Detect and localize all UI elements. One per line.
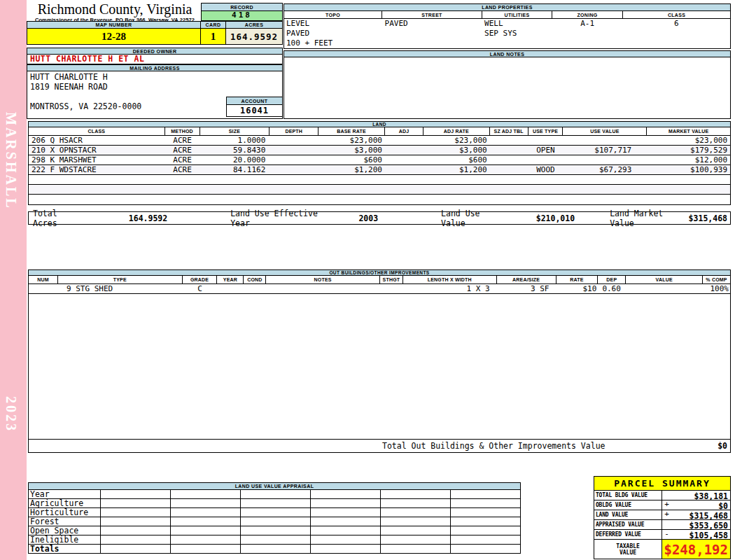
land-col-header: BASE RATE [318, 127, 385, 135]
class-values: 6 [622, 19, 730, 48]
appraisal-cell [451, 526, 521, 536]
land-cell-size: 1.0000 [200, 136, 270, 145]
appraisal-cell [171, 489, 241, 499]
outb-col-header: NUM [29, 276, 58, 284]
land-cell-use-type [528, 136, 564, 145]
land-use-appraisal-table: LAND USE VALUE APPRAISAL Year Agricultur… [28, 482, 521, 554]
land-cell-use-type: WOOD [528, 165, 564, 174]
out-buildings-total-row: Total Out Buildings & Other Improvements… [29, 439, 730, 452]
land-cell-class: 210 X OPNSTACR [29, 146, 165, 155]
out-buildings-header: NUM TYPE GRADE YEAR COND NOTES STHGT LEN… [29, 276, 730, 284]
land-row: 298 K MARSHWET ACRE 20.0000 $600 $600 $1… [29, 155, 730, 165]
appraisal-cell [241, 489, 311, 499]
summary-value: $315,468 [671, 510, 730, 519]
topo-header: TOPO [284, 10, 382, 19]
utilities-value: SEP SYS [482, 29, 552, 38]
appraisal-cell [171, 507, 241, 517]
zoning-values: A-1 [552, 19, 623, 48]
owner-block: DEEDED OWNER HUTT CHARLOTTE H ET AL MAIL… [27, 48, 283, 119]
land-cell-size: 59.8430 [200, 146, 270, 155]
address-line: HUTT CHARLOTTE H [30, 72, 279, 82]
land-notes-section: LAND NOTES [284, 50, 731, 119]
summary-row: DEFERRED VALUE - $105,458 [594, 530, 730, 540]
appraisal-cell [101, 489, 171, 499]
topo-value: PAVED [284, 29, 383, 38]
appraisal-cell [311, 544, 381, 554]
appraisal-row: Agriculture [28, 498, 521, 508]
land-cell-use-value [563, 136, 647, 145]
appraisal-cell [101, 535, 171, 545]
card-value: 1 [201, 28, 226, 45]
land-cell-base-rate: $3,000 [318, 146, 385, 155]
appraisal-cell [381, 498, 451, 508]
land-notes-body [284, 57, 731, 119]
outb-cell-length-width: 1 X 3 [403, 284, 497, 293]
zoning-value: A-1 [552, 19, 623, 29]
appraisal-cell [311, 498, 381, 508]
appraisal-cell [311, 517, 381, 526]
outb-col-header: % COMP [703, 276, 730, 284]
utilities-values: WELL SEP SYS [482, 19, 552, 48]
street-header: STREET [382, 10, 482, 19]
outb-col-header: YEAR [217, 276, 244, 284]
appraisal-row: Year [28, 489, 521, 499]
land-cell-base-rate: $23,000 [318, 136, 385, 145]
appraisal-cell [101, 498, 171, 508]
summary-value: $0 [671, 500, 730, 510]
effective-year-value: 2003 [358, 214, 378, 223]
taxable-label-line: VALUE [594, 550, 662, 556]
appraisal-cell [101, 507, 171, 517]
outb-cell-type: 9 STG SHED [58, 284, 183, 293]
land-cell-size: 84.1162 [200, 165, 270, 174]
appraisal-cell [241, 517, 311, 526]
topo-values: LEVEL PAVED 100 + FEET [284, 19, 383, 48]
appraisal-cell [171, 535, 241, 545]
account-value: 16041 [226, 105, 283, 117]
summary-sign: - [662, 530, 671, 539]
out-buildings-title: OUT BUILDINGS/OTHER IMPROVEMENTS [29, 270, 730, 276]
outb-col-header: TYPE [58, 276, 183, 284]
appraisal-cell [381, 517, 451, 526]
land-row: 206 Q HSACR ACRE 1.0000 $23,000 $23,000 … [29, 136, 730, 146]
outb-cell-notes [266, 284, 380, 293]
summary-sign: + [662, 500, 671, 510]
land-row-empty [29, 195, 730, 204]
land-col-header: USE VALUE [563, 127, 647, 135]
outb-col-header: VALUE [626, 276, 703, 284]
out-buildings-empty-area [29, 294, 730, 439]
deeded-owner-value: HUTT CHARLOTTE H ET AL [27, 55, 283, 64]
appraisal-row-label: Forest [28, 517, 101, 526]
appraisal-row-label: Year [28, 489, 101, 499]
total-acres-label: Total Acres [33, 209, 84, 228]
outb-cell-dep: 0.60 [598, 284, 626, 293]
land-col-header: ADJ [385, 127, 424, 135]
summary-sign [662, 520, 671, 529]
outb-cell-num [29, 284, 58, 293]
land-cell-class: 206 Q HSACR [29, 136, 165, 145]
county-header: Richmond County, Virginia Commissioner o… [29, 2, 200, 23]
map-number-strip: MAP NUMBER CARD ACRES 12-28 1 164.9592 [27, 21, 283, 45]
land-cell-depth [270, 155, 318, 164]
appraisal-cell [101, 526, 171, 536]
taxable-label-line: TAXABLE [594, 543, 662, 550]
land-cell-use-type [528, 155, 564, 164]
outb-col-header: COND [244, 276, 266, 284]
outb-cell-pct-comp: 100% [703, 284, 730, 293]
record-box: RECORD 418 [201, 3, 283, 21]
appraisal-cell [381, 489, 451, 499]
summary-value: $105,458 [671, 530, 730, 539]
land-cell-sz-adj-tbl [490, 155, 528, 164]
binder-edge: MARSHALL 2023 [0, 0, 27, 560]
appraisal-row-totals: Totals [28, 544, 521, 554]
land-col-header: ADJ RATE [424, 127, 490, 135]
land-totals-row: Total Acres 164.9592 Land Use Effective … [28, 211, 731, 225]
appraisal-cell [311, 507, 381, 517]
land-cell-depth [270, 136, 318, 145]
land-cell-market-value: $179,529 [647, 146, 730, 155]
land-market-value: $315,468 [689, 214, 727, 223]
county-title: Richmond County, Virginia [29, 2, 200, 17]
land-cell-sz-adj-tbl [490, 146, 528, 155]
class-header: CLASS [623, 10, 731, 19]
total-acres-value: 164.9592 [129, 214, 167, 223]
outb-col-header: STHGT [380, 276, 403, 284]
